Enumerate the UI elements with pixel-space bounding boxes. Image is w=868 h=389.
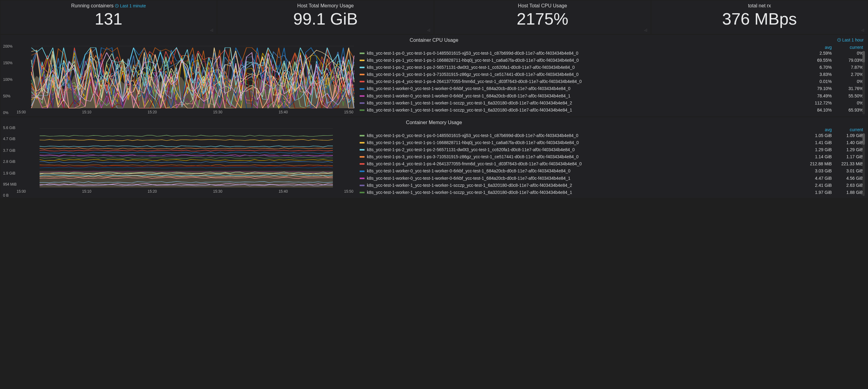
memory-legend: avg current k8s_ycc-test-1-ps-0_ycc-test…	[360, 127, 865, 196]
series-current: 0%	[835, 100, 865, 107]
drilldown-icon[interactable]	[861, 27, 866, 33]
series-avg: 1.29 GiB	[808, 146, 835, 153]
time-range-badge[interactable]: Last 1 minute	[115, 3, 146, 8]
series-name: k8s_ycc-test-1-ps-0_ycc-test-1-ps-0-1485…	[367, 132, 808, 139]
series-current: 4.56 GiB	[835, 175, 865, 182]
series-current: 0%	[835, 78, 865, 85]
series-name: k8s_ycc-test-1-worker-0_ycc-test-1-worke…	[367, 93, 808, 100]
legend-row[interactable]: k8s_ycc-test-1-worker-0_ycc-test-1-worke…	[360, 167, 865, 174]
y-tick: 4.7 GiB	[3, 137, 16, 141]
series-current: 1.40 GiB	[835, 139, 865, 146]
legend-row[interactable]: k8s_ycc-test-1-ps-2_ycc-test-1-ps-2-5657…	[360, 146, 865, 153]
series-name: k8s_ycc-test-1-worker-0_ycc-test-1-worke…	[367, 85, 808, 92]
stat-running-containers[interactable]: Running containers Last 1 minute 131	[1, 1, 216, 34]
legend-header-current[interactable]: current	[835, 45, 865, 50]
svg-rect-22	[863, 29, 864, 30]
time-range-badge[interactable]: Last 1 hour	[837, 37, 864, 42]
cpu-legend: avg current k8s_ycc-test-1-ps-0_ycc-test…	[360, 45, 865, 114]
legend-row[interactable]: k8s_ycc-test-1-worker-1_ycc-test-1-worke…	[360, 189, 865, 196]
x-tick: 15:00	[17, 110, 26, 114]
svg-rect-43	[863, 194, 864, 195]
drilldown-icon[interactable]	[644, 27, 649, 33]
svg-rect-17	[646, 30, 647, 30]
stat-value: 99.1 GiB	[293, 9, 358, 28]
cpu-chart[interactable]: 200% 150% 100% 50% 0% 15:00 15:10 15:20 …	[3, 45, 356, 114]
stat-value: 131	[95, 9, 122, 28]
series-avg: 1.41 GiB	[808, 139, 835, 146]
svg-rect-24	[863, 31, 864, 32]
panel-title: Container CPU Usage	[410, 37, 458, 43]
series-avg: 2.41 GiB	[808, 182, 835, 189]
series-name: k8s_ycc-test-1-worker-1_ycc-test-1-worke…	[367, 100, 808, 107]
series-current: 7.87%	[835, 64, 865, 71]
legend-row[interactable]: k8s_ycc-test-1-worker-0_ycc-test-1-worke…	[360, 85, 865, 92]
drilldown-icon[interactable]	[427, 27, 432, 33]
series-swatch	[360, 177, 365, 179]
y-tick: 150%	[3, 61, 12, 65]
series-avg: 3.03 GiB	[808, 167, 835, 174]
series-current: 65.93%	[835, 107, 865, 114]
series-name: k8s_ycc-test-1-ps-1_ycc-test-1-ps-1-1668…	[367, 57, 808, 64]
legend-row[interactable]: k8s_ycc-test-1-worker-0_ycc-test-1-worke…	[360, 93, 865, 100]
stat-net-rx[interactable]: total net rx 376 MBps	[652, 1, 867, 34]
legend-scrollbar[interactable]	[863, 51, 865, 114]
legend-row[interactable]: k8s_ycc-test-1-ps-3_ycc-test-1-ps-3-7105…	[360, 71, 865, 78]
y-tick: 0 B	[3, 193, 9, 198]
stat-host-cpu[interactable]: Host Total CPU Usage 2175%	[435, 1, 650, 34]
legend-header-avg[interactable]: avg	[808, 45, 835, 50]
series-current: 0%	[835, 50, 865, 57]
series-swatch	[360, 60, 365, 61]
series-avg: 78.49%	[808, 93, 835, 100]
x-tick: 15:40	[278, 189, 288, 194]
series-current: 1.17 GiB	[835, 153, 865, 160]
series-name: k8s_ycc-test-1-worker-0_ycc-test-1-worke…	[367, 167, 808, 174]
series-avg: 112.72%	[808, 100, 835, 107]
legend-row[interactable]: k8s_ycc-test-1-ps-4_ycc-test-1-ps-4-2641…	[360, 160, 865, 167]
legend-scrollbar[interactable]	[863, 133, 865, 196]
x-tick: 15:50	[344, 110, 353, 114]
memory-chart[interactable]: 5.6 GiB 4.7 GiB 3.7 GiB 2.8 GiB 1.9 GiB …	[3, 127, 356, 196]
legend-row[interactable]: k8s_ycc-test-1-ps-0_ycc-test-1-ps-0-1485…	[360, 50, 865, 57]
series-swatch	[360, 109, 365, 111]
svg-rect-15	[646, 31, 646, 31]
legend-row[interactable]: k8s_ycc-test-1-ps-3_ycc-test-1-ps-3-7105…	[360, 153, 865, 160]
series-avg: 0.01%	[808, 78, 835, 85]
y-tick: 3.7 GiB	[3, 149, 16, 153]
stat-host-memory[interactable]: Host Total Memory Usage 99.1 GiB	[218, 1, 433, 34]
legend-header-avg[interactable]: avg	[808, 127, 835, 132]
drilldown-icon[interactable]	[861, 191, 866, 197]
memory-chart-canvas	[3, 127, 356, 189]
y-tick: 5.6 GiB	[3, 126, 16, 130]
panel-container-memory[interactable]: Container Memory Usage 5.6 GiB 4.7 GiB 3…	[1, 118, 867, 198]
series-avg: 79.10%	[808, 85, 835, 92]
series-name: k8s_ycc-test-1-worker-0_ycc-test-1-worke…	[367, 175, 808, 182]
series-name: k8s_ycc-test-1-ps-0_ycc-test-1-ps-0-1485…	[367, 50, 808, 57]
series-avg: 212.88 MiB	[808, 160, 835, 167]
stat-title: Host Total CPU Usage	[518, 3, 567, 9]
legend-row[interactable]: k8s_ycc-test-1-ps-0_ycc-test-1-ps-0-1485…	[360, 132, 865, 139]
svg-rect-18	[646, 31, 647, 32]
x-tick: 15:50	[344, 189, 353, 194]
legend-row[interactable]: k8s_ycc-test-1-ps-4_ycc-test-1-ps-4-2641…	[360, 78, 865, 85]
legend-row[interactable]: k8s_ycc-test-1-worker-1_ycc-test-1-worke…	[360, 182, 865, 189]
drilldown-icon[interactable]	[210, 27, 215, 33]
series-name: k8s_ycc-test-1-worker-1_ycc-test-1-worke…	[367, 182, 808, 189]
x-tick: 15:20	[148, 189, 157, 194]
legend-row[interactable]: k8s_ycc-test-1-ps-2_ycc-test-1-ps-2-5657…	[360, 64, 865, 71]
x-tick: 15:10	[82, 189, 91, 194]
legend-row[interactable]: k8s_ycc-test-1-worker-1_ycc-test-1-worke…	[360, 107, 865, 114]
legend-row[interactable]: k8s_ycc-test-1-ps-1_ycc-test-1-ps-1-1668…	[360, 57, 865, 64]
panel-container-cpu[interactable]: Container CPU Usage Last 1 hour 200% 150…	[1, 35, 867, 116]
series-swatch	[360, 88, 365, 90]
series-current: 1.88 GiB	[835, 189, 865, 196]
x-tick: 15:40	[278, 110, 288, 114]
legend-header-current[interactable]: current	[835, 127, 865, 132]
y-tick: 954 MiB	[3, 182, 17, 187]
x-tick: 15:20	[148, 110, 157, 114]
y-tick: 2.8 GiB	[3, 159, 16, 164]
svg-rect-11	[429, 30, 430, 30]
legend-row[interactable]: k8s_ycc-test-1-worker-0_ycc-test-1-worke…	[360, 175, 865, 182]
legend-row[interactable]: k8s_ycc-test-1-ps-1_ycc-test-1-ps-1-1668…	[360, 139, 865, 146]
stat-title: Running containers	[71, 3, 114, 9]
legend-row[interactable]: k8s_ycc-test-1-worker-1_ycc-test-1-worke…	[360, 100, 865, 107]
